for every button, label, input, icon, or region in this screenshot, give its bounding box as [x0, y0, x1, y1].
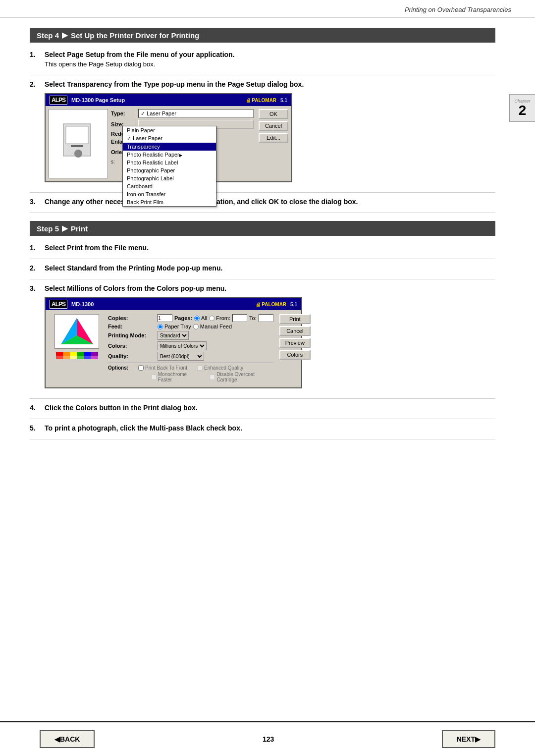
options-row2: Monochrome Faster Disable Overcoat Cartr… — [108, 372, 273, 382]
ok-button[interactable]: OK — [259, 109, 288, 119]
s5-item2-text: Select Standard from the Printing Mode p… — [45, 264, 495, 272]
step5-header: Step 5 ▶ Print — [30, 221, 495, 236]
dropdown-plain-paper[interactable]: Plain Paper — [123, 126, 216, 134]
enhanced-quality-checkbox[interactable] — [197, 365, 203, 371]
next-button[interactable]: NEXT▶ — [442, 730, 495, 748]
disable-overcoat-item: Disable Overcoat Cartridge — [210, 372, 273, 382]
print-alps-logo: ALPS — [50, 300, 67, 309]
feed-row: Feed: Paper Tray Manual Feed — [108, 324, 273, 329]
monochrome-faster-label: Monochrome Faster — [158, 372, 200, 382]
chapter-tab: Chapter 2 — [509, 94, 535, 122]
print-dialog-right: Copies: Pages: All — [108, 314, 273, 383]
page-setup-dialog-wrapper: ALPS MD-1300 Page Setup 🖨 PALOMAR 5.1 — [45, 93, 495, 182]
type-field[interactable]: ✓ Laser Paper — [138, 109, 254, 118]
item1-text: Select Page Setup from the File menu of … — [45, 51, 495, 58]
quality-select[interactable]: Best (600dpi) Normal (300dpi) Draft — [158, 352, 204, 361]
pages-label: Pages: — [174, 315, 192, 321]
type-label: Type: — [111, 110, 138, 116]
main-content: Step 4 ▶ Set Up the Printer Driver for P… — [0, 18, 535, 454]
enhanced-quality-label: Enhanced Quality — [204, 365, 243, 371]
copies-input[interactable] — [158, 314, 172, 322]
copies-label: Copies: — [108, 315, 158, 321]
step4-item3: 3. Change any other necessary settings s… — [30, 198, 495, 213]
dropdown-laser-paper[interactable]: Laser Paper — [123, 134, 216, 143]
from-radio[interactable] — [209, 316, 214, 321]
dialog-titlebar: ALPS MD-1300 Page Setup 🖨 PALOMAR 5.1 — [46, 94, 291, 106]
manual-feed-radio[interactable] — [193, 324, 199, 329]
options-label: Options: — [108, 365, 128, 371]
dialog-preview — [49, 109, 108, 178]
all-radio-item: All — [194, 315, 207, 321]
step4-title: Set Up the Printer Driver for Printing — [71, 31, 199, 40]
quality-label: Quality: — [108, 353, 158, 359]
item1-num: 1. — [30, 51, 40, 58]
dropdown-photo-realistic-label[interactable]: Photo Realistic Label — [123, 159, 216, 166]
enhanced-quality-item: Enhanced Quality — [197, 365, 243, 371]
all-radio[interactable] — [194, 316, 200, 321]
print-dialog-body: Copies: Pages: All — [46, 310, 301, 387]
cancel-button[interactable]: Cancel — [259, 121, 288, 131]
paper-tray-radio-item: Paper Tray — [158, 324, 191, 329]
print-back-to-front-item: Print Back To Front — [138, 365, 187, 371]
item3-num: 3. — [30, 198, 40, 206]
print-back-to-front-checkbox[interactable] — [138, 365, 144, 371]
print-back-to-front-label: Print Back To Front — [145, 365, 187, 371]
dropdown-photographic-paper[interactable]: Photographic Paper — [123, 166, 216, 174]
disable-overcoat-label: Disable Overcoat Cartridge — [216, 372, 273, 382]
step4-item1: 1. Select Page Setup from the File menu … — [30, 51, 495, 75]
dialog-title: MD-1300 Page Setup — [71, 97, 125, 103]
page-setup-dialog: ALPS MD-1300 Page Setup 🖨 PALOMAR 5.1 — [45, 93, 292, 182]
s5-item1-num: 1. — [30, 244, 40, 252]
all-label: All — [201, 315, 207, 321]
paper-tray-radio[interactable] — [158, 324, 163, 329]
back-button[interactable]: ◀BACK — [40, 730, 95, 748]
alps-logo: ALPS — [50, 96, 67, 105]
item3-text: Change any other necessary settings such… — [45, 198, 495, 206]
preview-button[interactable]: Preview — [279, 338, 311, 348]
printing-mode-row: Printing Mode: Standard Draft Fine — [108, 331, 273, 340]
svg-rect-3 — [71, 145, 83, 147]
from-input[interactable] — [232, 314, 247, 322]
print-cancel-button[interactable]: Cancel — [279, 326, 311, 336]
footer: ◀BACK 123 NEXT▶ — [0, 721, 535, 756]
printing-mode-select[interactable]: Standard Draft Fine — [158, 331, 189, 340]
monochrome-faster-checkbox[interactable] — [151, 375, 157, 380]
disable-overcoat-checkbox[interactable] — [210, 375, 215, 380]
palomar-logo: 🖨 PALOMAR — [246, 98, 277, 103]
dropdown-cardboard[interactable]: Cardboard — [123, 182, 216, 190]
edit-button[interactable]: Edit... — [259, 133, 288, 143]
s5-item3-text: Select Millions of Colors from the Color… — [45, 284, 495, 292]
copies-row: Copies: Pages: All — [108, 314, 273, 322]
dialog-version: 5.1 — [280, 98, 287, 103]
page-number: 123 — [263, 735, 274, 743]
quality-row: Quality: Best (600dpi) Normal (300dpi) D… — [108, 352, 273, 361]
options-row1: Options: Print Back To Front Enhanced Qu… — [108, 365, 273, 371]
step5-item4: 4. Click the Colors button in the Print … — [30, 404, 495, 419]
to-input[interactable] — [259, 314, 273, 322]
s5-item2-num: 2. — [30, 264, 40, 272]
print-button[interactable]: Print — [279, 314, 311, 324]
dropdown-photo-realistic-paper[interactable]: Photo Realistic Paper▶ — [123, 151, 216, 159]
step5-title: Print — [71, 224, 88, 233]
colors-button[interactable]: Colors — [279, 350, 311, 360]
print-dialog: ALPS MD-1300 🖨 PALOMAR 5.1 — [45, 297, 302, 388]
print-dialog-buttons: Print Cancel Preview Colors — [277, 314, 311, 383]
print-dialog-wrapper: ALPS MD-1300 🖨 PALOMAR 5.1 — [45, 297, 495, 388]
colors-select[interactable]: Millions of Colors 256 Colors Grayscale — [158, 341, 207, 350]
step5-item5: 5. To print a photograph, click the Mult… — [30, 424, 495, 439]
step5-arrow: ▶ — [62, 224, 68, 233]
dropdown-iron-on-transfer[interactable]: Iron-on Transfer — [123, 190, 216, 198]
dropdown-back-print-film[interactable]: Back Print Film — [123, 198, 216, 206]
header-title: Printing on Overhead Transparencies — [405, 6, 511, 13]
dropdown-photographic-label[interactable]: Photographic Label — [123, 174, 216, 182]
type-dropdown: Plain Paper Laser Paper Transparency Pho… — [122, 126, 216, 207]
step5-label: Step 5 — [37, 224, 59, 233]
step5-item1: 1. Select Print from the File menu. — [30, 244, 495, 259]
print-dialog-version: 5.1 — [290, 302, 297, 307]
color-bars — [56, 352, 98, 359]
step5-item2: 2. Select Standard from the Printing Mod… — [30, 264, 495, 279]
dropdown-transparency[interactable]: Transparency — [123, 143, 216, 151]
feed-label: Feed: — [108, 324, 158, 329]
s5-item4-num: 4. — [30, 404, 40, 412]
s5-item5-num: 5. — [30, 424, 40, 432]
